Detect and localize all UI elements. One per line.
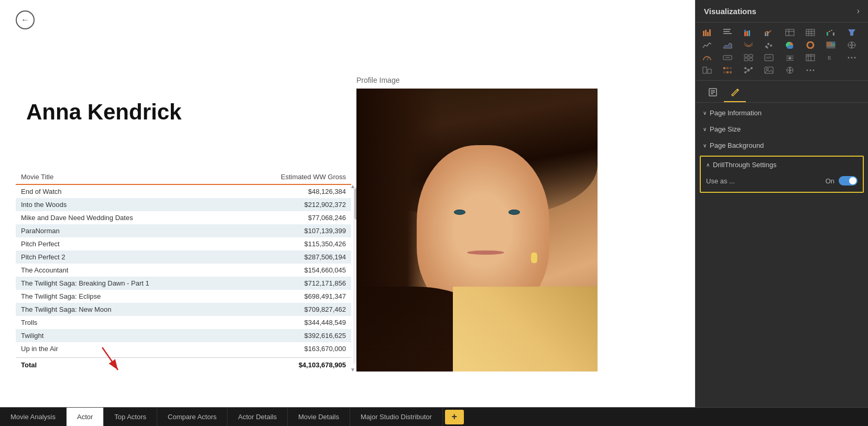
- movie-title: The Twilight Saga: Eclipse: [21, 292, 101, 300]
- viz-icon-slicer[interactable]: [783, 52, 797, 63]
- eye-left: [454, 210, 465, 215]
- viz-icon-card[interactable]: [720, 52, 735, 63]
- drillthrough-label: DrillThrough Settings: [713, 161, 776, 169]
- scroll-up-arrow[interactable]: ▲: [350, 183, 355, 189]
- viz-tab-fields[interactable]: [702, 85, 724, 102]
- movie-title: The Twilight Saga: Breaking Dawn - Part …: [21, 279, 149, 287]
- svg-text:KPI: KPI: [766, 56, 772, 59]
- tab-item-movie-analysis[interactable]: Movie Analysis: [0, 408, 67, 426]
- svg-rect-26: [833, 32, 834, 36]
- svg-point-60: [854, 57, 855, 59]
- table-total-row: Total $4,103,678,905: [16, 357, 351, 372]
- viz-icon-network[interactable]: [741, 64, 756, 76]
- viz-icon-scatter[interactable]: [762, 39, 776, 51]
- tabs-bar: Movie AnalysisActorTop ActorsCompare Act…: [0, 407, 868, 426]
- page-information-section[interactable]: ∨ Page Information: [696, 105, 868, 121]
- viz-icon-table[interactable]: [783, 27, 797, 38]
- viz-icon-r[interactable]: R: [823, 52, 838, 63]
- svg-point-58: [848, 57, 849, 59]
- viz-icon-combo[interactable]: [762, 27, 776, 38]
- back-button[interactable]: ←: [16, 10, 35, 29]
- col-gross-header: Estimated WW Gross: [281, 173, 346, 181]
- table-row: Up in the Air$163,670,000: [16, 342, 351, 355]
- table-row: The Twilight Saga: New Moon$709,827,462: [16, 303, 351, 316]
- viz-icon-area[interactable]: [720, 39, 735, 51]
- movie-title: The Accountant: [21, 266, 68, 274]
- svg-point-69: [747, 69, 750, 71]
- viz-icon-waterfall[interactable]: [823, 27, 838, 38]
- viz-icon-line[interactable]: [700, 39, 714, 51]
- tab-item-top-actors[interactable]: Top Actors: [104, 408, 157, 426]
- profile-image: [356, 89, 598, 372]
- tab-item-movie-details[interactable]: Movie Details: [288, 408, 350, 426]
- svg-rect-7: [723, 31, 730, 32]
- viz-icon-pie[interactable]: [783, 39, 797, 51]
- svg-rect-43: [744, 54, 748, 57]
- svg-rect-24: [829, 31, 830, 32]
- drillthrough-header[interactable]: ∧ DrillThrough Settings: [701, 157, 863, 173]
- svg-rect-4: [707, 32, 709, 36]
- table-row: Twilight$392,616,625: [16, 329, 351, 342]
- movie-title: Twilight: [21, 332, 44, 340]
- viz-icon-matrix[interactable]: [803, 27, 818, 38]
- back-icon: ←: [21, 15, 29, 25]
- drillthrough-toggle[interactable]: [839, 176, 858, 185]
- viz-icon-kpi[interactable]: KPI: [762, 52, 776, 63]
- movie-gross: $709,827,462: [304, 305, 346, 313]
- svg-marker-27: [848, 29, 855, 36]
- viz-icon-gauge[interactable]: [700, 52, 714, 63]
- viz-icon-funnel[interactable]: [844, 27, 859, 38]
- profile-section: Profile Image: [356, 76, 522, 381]
- svg-rect-44: [749, 54, 753, 57]
- actor-name: Anna Kendrick: [26, 100, 181, 125]
- viz-icon-dots[interactable]: [803, 64, 818, 76]
- svg-rect-9: [744, 32, 746, 36]
- viz-icon-map[interactable]: [844, 39, 859, 51]
- eye-right: [508, 210, 520, 215]
- total-value: $4,103,678,905: [299, 361, 346, 369]
- movie-title: ParaNorman: [21, 227, 60, 235]
- tab-item-actor[interactable]: Actor: [67, 408, 104, 426]
- viz-icon-img[interactable]: [762, 64, 776, 76]
- viz-icon-ribbon[interactable]: [741, 39, 756, 51]
- viz-icon-treemap[interactable]: [823, 39, 838, 51]
- tab-item-actor-details[interactable]: Actor Details: [227, 408, 288, 426]
- add-tab-button[interactable]: +: [445, 410, 464, 424]
- movie-gross: $115,350,426: [304, 240, 346, 248]
- page-information-label: Page Information: [710, 109, 762, 117]
- svg-rect-35: [831, 42, 835, 44]
- tab-item-compare-actors[interactable]: Compare Actors: [157, 408, 227, 426]
- viz-icon-donut[interactable]: [803, 39, 818, 51]
- svg-rect-23: [827, 32, 828, 36]
- viz-icon-more[interactable]: [844, 52, 859, 63]
- svg-point-80: [806, 70, 808, 71]
- table-row: The Accountant$154,660,045: [16, 264, 351, 277]
- table-row: The Twilight Saga: Eclipse$698,491,347: [16, 290, 351, 303]
- svg-rect-15: [786, 29, 794, 36]
- tab-item-major-studio-distributor[interactable]: Major Studio Distributor: [350, 408, 443, 426]
- scroll-down-arrow[interactable]: ▼: [350, 367, 355, 373]
- viz-icon-globe[interactable]: [783, 64, 797, 76]
- use-as-row: Use as ... On: [706, 176, 858, 185]
- page-size-section[interactable]: ∨ Page Size: [696, 121, 868, 137]
- collapse-panel-button[interactable]: ›: [857, 6, 860, 16]
- svg-text:R: R: [828, 55, 831, 61]
- viz-tab-format[interactable]: [724, 85, 746, 102]
- svg-line-1: [102, 347, 118, 370]
- viz-icon-heatmap[interactable]: [720, 64, 735, 76]
- page-background-section[interactable]: ∨ Page Background: [696, 137, 868, 154]
- svg-rect-65: [730, 67, 732, 69]
- toggle-row: On: [826, 176, 858, 185]
- viz-icon-custom1[interactable]: [700, 64, 714, 76]
- drillthrough-chevron: ∧: [706, 162, 710, 168]
- table-body[interactable]: End of Watch$48,126,384Into the Woods$21…: [16, 185, 351, 355]
- svg-rect-68: [730, 71, 732, 73]
- table-row: The Twilight Saga: Breaking Dawn - Part …: [16, 277, 351, 290]
- viz-icon-bar[interactable]: [700, 27, 714, 38]
- movie-title: The Twilight Saga: New Moon: [21, 305, 111, 313]
- svg-rect-67: [726, 71, 729, 73]
- viz-icon-bar2[interactable]: [720, 27, 735, 38]
- viz-icon-multirow[interactable]: [741, 52, 756, 63]
- viz-icon-stacked[interactable]: [741, 27, 756, 38]
- viz-icon-table2[interactable]: [803, 52, 818, 63]
